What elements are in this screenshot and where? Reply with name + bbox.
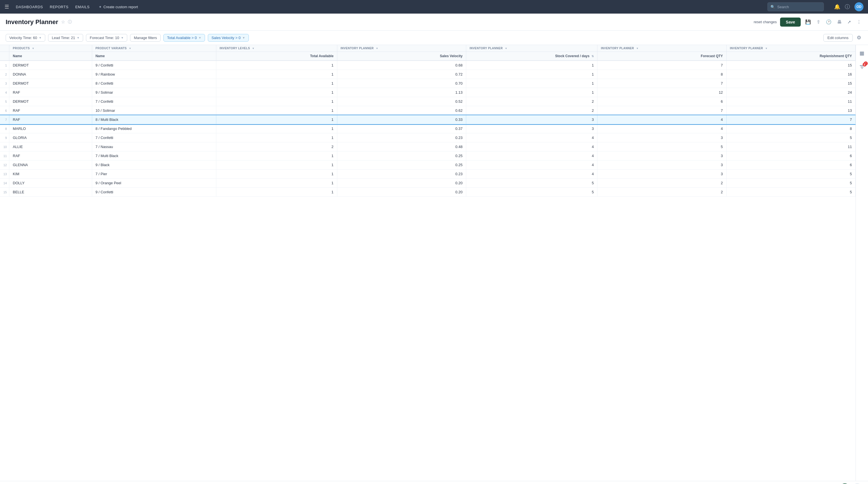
avatar[interactable]: OD <box>855 2 864 11</box>
col-header-stock-covered[interactable]: Stock Covered / days ⇅ <box>466 52 597 61</box>
total-available: 1 <box>216 61 337 70</box>
stock-covered-days: 3 <box>466 115 597 124</box>
help-icon[interactable]: ⓘ <box>845 3 850 10</box>
lead-time-filter[interactable]: Lead Time: 21 ▼ <box>48 34 83 41</box>
row-number: 11 <box>0 151 9 161</box>
variant-name: 8 / Fandango Pebbled <box>92 124 216 133</box>
schedule-icon[interactable]: 🕑 <box>825 18 833 26</box>
col-header-sales-velocity[interactable]: Sales Velocity <box>337 52 466 61</box>
stock-covered-days: 4 <box>466 151 597 161</box>
row-number: 13 <box>0 170 9 179</box>
product-name: KIM <box>9 170 92 179</box>
nav-icons: 🔔 ⓘ OD <box>834 2 864 11</box>
table-row[interactable]: 9 GLORIA 7 / Confetti 1 0.23 4 3 5 <box>0 133 856 142</box>
row-number: 2 <box>0 70 9 79</box>
share-icon[interactable]: ⇧ <box>815 18 822 26</box>
nav-reports[interactable]: REPORTS <box>50 5 68 9</box>
stock-covered-days: 4 <box>466 142 597 151</box>
global-search[interactable]: 🔍 <box>767 2 824 11</box>
col-header-total-available[interactable]: Total Available <box>216 52 337 61</box>
table-row[interactable]: 14 DOLLY 9 / Orange Peel 1 0.20 5 2 5 <box>0 179 856 188</box>
forecast-qty: 12 <box>597 88 726 97</box>
col-header-name[interactable]: Name <box>9 52 92 61</box>
product-name: BELLE <box>9 188 92 197</box>
stock-covered-days: 5 <box>466 179 597 188</box>
bell-icon[interactable]: 🔔 <box>834 4 840 10</box>
variant-name: 9 / Rainbow <box>92 70 216 79</box>
total-available-filter[interactable]: Total Available > 0 ▼ <box>163 34 205 41</box>
col-header-replenishment-qty[interactable]: Replenishment QTY <box>726 52 855 61</box>
nav-emails[interactable]: EMAILS <box>75 5 90 9</box>
forecast-time-filter[interactable]: Forecast Time: 10 ▼ <box>86 34 127 41</box>
forecast-time-label: Forecast Time: 10 <box>90 36 119 40</box>
stock-covered-days: 4 <box>466 161 597 170</box>
velocity-time-filter[interactable]: Velocity Time: 60 ▼ <box>6 34 45 41</box>
table-row[interactable]: 1 DERMOT 9 / Confetti 1 0.68 1 7 15 <box>0 61 856 70</box>
more-options-icon[interactable]: ⋮ <box>856 18 862 26</box>
favorite-icon[interactable]: ☆ <box>61 19 65 25</box>
sales-velocity: 1.13 <box>337 88 466 97</box>
col-header-variant-name[interactable]: Name <box>92 52 216 61</box>
table-row[interactable]: 6 RAF 10 / Solimar 1 0.62 2 7 13 <box>0 106 856 115</box>
settings-icon[interactable]: ⚙ <box>856 33 862 42</box>
stock-covered-days: 3 <box>466 124 597 133</box>
lead-time-label: Lead Time: 21 <box>52 36 75 40</box>
search-input[interactable] <box>777 5 821 9</box>
forecast-qty: 8 <box>597 70 726 79</box>
col-header-forecast-qty[interactable]: Forecast QTY <box>597 52 726 61</box>
sort-icon: ▼ <box>252 47 254 50</box>
forecast-qty: 3 <box>597 151 726 161</box>
print-icon[interactable]: 🖶 <box>836 19 843 26</box>
table-row[interactable]: 11 RAF 7 / Multi Black 1 0.25 4 3 6 <box>0 151 856 161</box>
sales-velocity: 0.62 <box>337 106 466 115</box>
row-number: 7 <box>0 115 9 124</box>
table-row[interactable]: 3 DERMOT 8 / Confetti 1 0.70 1 7 15 <box>0 79 856 88</box>
column-group-header-row: PRODUCTS ▼ PRODUCT VARIANTS ▼ INVENTORY … <box>0 45 856 52</box>
reset-changes-link[interactable]: reset changes <box>754 20 777 24</box>
replenishment-qty: 16 <box>726 70 855 79</box>
table-row[interactable]: 5 DERMOT 7 / Confetti 1 0.52 2 6 11 <box>0 97 856 106</box>
table-row[interactable]: 2 DONNA 9 / Rainbow 1 0.72 1 8 16 <box>0 70 856 79</box>
sales-velocity: 0.52 <box>337 97 466 106</box>
chart-bar-icon[interactable]: ▦ <box>858 49 866 58</box>
manage-filters-label: Manage filters <box>134 36 157 40</box>
total-available: 1 <box>216 151 337 161</box>
variant-name: 9 / Black <box>92 161 216 170</box>
variant-name: 7 / Pier <box>92 170 216 179</box>
variant-name: 9 / Solimar <box>92 88 216 97</box>
external-link-icon[interactable]: ➚ <box>846 18 852 26</box>
chevron-down-icon: ▼ <box>121 36 124 39</box>
sales-velocity: 0.20 <box>337 179 466 188</box>
filter-badge-icon[interactable]: 2 <box>858 62 867 73</box>
table-row[interactable]: 10 ALLIE 7 / Nassau 2 0.48 4 5 11 <box>0 142 856 151</box>
replenishment-qty: 6 <box>726 151 855 161</box>
table-row[interactable]: 7 RAF 8 / Multi Black 1 0.33 3 4 7 <box>0 115 856 124</box>
table-row[interactable]: 12 GLENNA 9 / Black 1 0.25 4 3 6 <box>0 161 856 170</box>
data-table-container[interactable]: PRODUCTS ▼ PRODUCT VARIANTS ▼ INVENTORY … <box>0 45 856 481</box>
sort-icon: ▼ <box>129 47 131 50</box>
save-button[interactable]: Save <box>780 18 801 27</box>
sales-velocity-filter[interactable]: Sales Velocity > 0 ▼ <box>208 34 249 41</box>
table-row[interactable]: 15 BELLE 9 / Confetti 1 0.20 5 2 5 <box>0 188 856 197</box>
total-available: 1 <box>216 161 337 170</box>
stock-covered-days: 1 <box>466 61 597 70</box>
table-row[interactable]: 4 RAF 9 / Solimar 1 1.13 1 12 24 <box>0 88 856 97</box>
create-custom-report-label: Create custom report <box>103 5 138 9</box>
inventory-levels-group-header: INVENTORY LEVELS ▼ <box>216 45 337 52</box>
product-name: DERMOT <box>9 61 92 70</box>
product-name: GLORIA <box>9 133 92 142</box>
nav-dashboards[interactable]: DASHBOARDS <box>16 5 43 9</box>
edit-columns-button[interactable]: Edit columns <box>823 34 853 41</box>
total-available: 1 <box>216 115 337 124</box>
total-available-label: Total Available > 0 <box>167 36 197 40</box>
info-icon[interactable]: ⓘ <box>68 20 72 25</box>
hamburger-menu[interactable]: ☰ <box>4 4 9 10</box>
forecast-qty: 4 <box>597 124 726 133</box>
manage-filters-button[interactable]: Manage filters <box>130 34 161 41</box>
table-row[interactable]: 8 MARLO 8 / Fandango Pebbled 1 0.37 3 4 … <box>0 124 856 133</box>
table-row[interactable]: 13 KIM 7 / Pier 1 0.23 4 3 5 <box>0 170 856 179</box>
forecast-qty: 3 <box>597 170 726 179</box>
replenishment-qty: 5 <box>726 170 855 179</box>
download-icon[interactable]: 💾 <box>804 18 812 26</box>
create-custom-report-button[interactable]: ✦ Create custom report <box>99 5 138 9</box>
